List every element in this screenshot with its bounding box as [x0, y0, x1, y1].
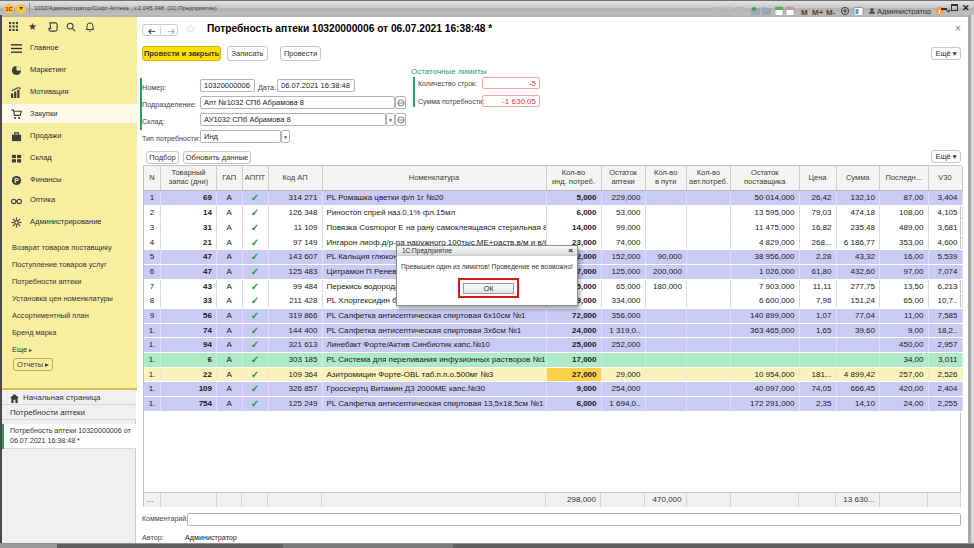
svg-text:Р: Р	[14, 176, 19, 183]
